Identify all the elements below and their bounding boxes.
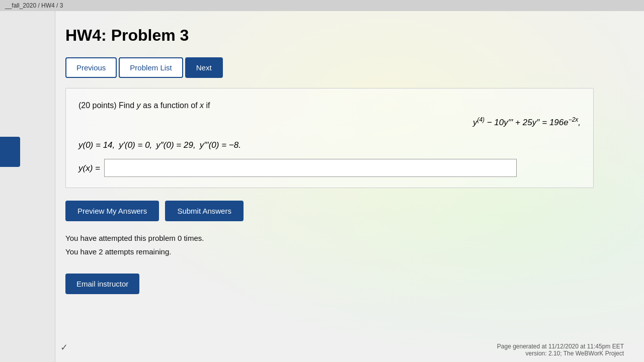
page-title: HW4: Problem 3	[65, 26, 624, 45]
preview-button[interactable]: Preview My Answers	[65, 201, 159, 221]
answer-input[interactable]	[104, 159, 517, 177]
main-content: HW4: Problem 3 Previous Problem List Nex…	[55, 11, 644, 304]
attempts-line1: You have attempted this problem 0 times.	[65, 231, 624, 245]
answer-row: y(x) =	[78, 159, 581, 177]
footer-line1: Page generated at 11/12/2020 at 11:45pm …	[497, 343, 624, 350]
problem-box: (20 points) Find y as a function of x if…	[65, 88, 594, 188]
attempts-line2: You have 2 attempts remaining.	[65, 245, 624, 258]
answer-label: y(x) =	[78, 159, 100, 177]
footer-line2: version: 2.10; The WeBWorK Project	[497, 350, 624, 357]
problem-text: (20 points) Find y as a function of x if	[78, 99, 581, 113]
submit-button[interactable]: Submit Answers	[165, 201, 244, 221]
sidebar-accent	[0, 137, 20, 167]
top-bar-text: __fall_2020 / HW4 / 3	[5, 2, 63, 9]
email-instructor-button[interactable]: Email instructor	[65, 274, 139, 294]
left-sidebar	[0, 11, 55, 362]
ode-display: y(4) − 10y′′′ + 25y′′ = 196e−2x,	[78, 113, 581, 132]
attempt-info: You have attempted this problem 0 times.…	[65, 231, 624, 258]
ode-equation: y(4) − 10y′′′ + 25y′′ = 196e−2x,	[473, 113, 581, 132]
ic3: y″(0) = 29,	[156, 136, 195, 154]
next-button[interactable]: Next	[185, 57, 223, 78]
ic2: y′(0) = 0,	[119, 136, 152, 154]
ic1: y(0) = 14,	[78, 136, 115, 154]
ic4: y′′′(0) = −8.	[200, 136, 241, 154]
nav-buttons: Previous Problem List Next	[65, 57, 624, 78]
checkmark: ✓	[60, 342, 68, 353]
problem-list-button[interactable]: Problem List	[119, 57, 183, 78]
footer: Page generated at 11/12/2020 at 11:45pm …	[497, 343, 624, 357]
initial-conditions: y(0) = 14, y′(0) = 0, y″(0) = 29, y′′′(0…	[78, 136, 581, 154]
previous-button[interactable]: Previous	[65, 57, 117, 78]
var-x: x	[200, 101, 204, 110]
var-y: y	[137, 101, 141, 110]
problem-points: (20 points)	[78, 101, 117, 110]
action-buttons: Preview My Answers Submit Answers	[65, 201, 624, 221]
